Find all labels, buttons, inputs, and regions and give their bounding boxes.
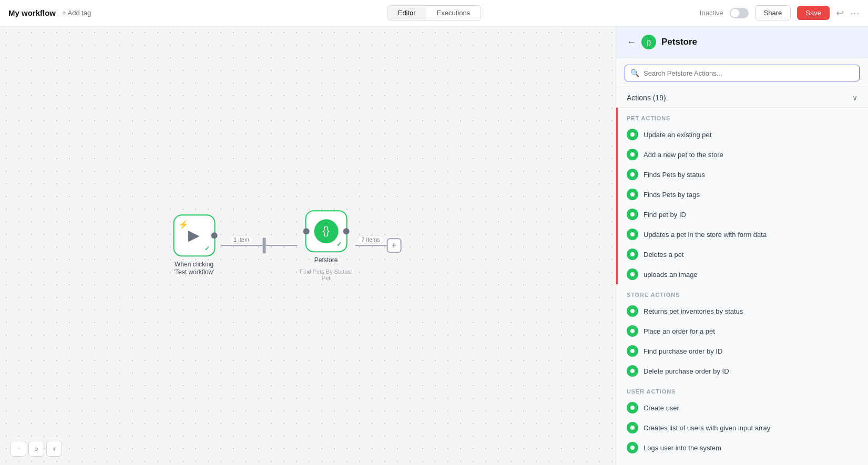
action-node: {} ✓ Petstore Find Pets By Status: Pet	[297, 210, 355, 282]
action-dot-icon	[627, 345, 638, 357]
action-check-icon: ✓	[336, 241, 342, 248]
undo-button[interactable]: ↩	[836, 7, 844, 19]
tab-editor[interactable]: Editor	[387, 6, 426, 20]
action-text: Find pet by ID	[644, 211, 686, 219]
more-button[interactable]: ⋯	[850, 7, 860, 19]
canvas-toolbar: − ○ +	[11, 441, 62, 457]
save-button[interactable]: Save	[797, 6, 830, 20]
action-text: Updates a pet in the store with form dat…	[644, 231, 767, 239]
action-find-purchase-order[interactable]: Find purchase order by ID	[616, 341, 868, 361]
action-node-box[interactable]: {} ✓	[305, 210, 347, 252]
action-dot-icon	[627, 249, 638, 260]
action-dot-icon	[627, 365, 638, 377]
search-container: 🔍	[616, 58, 868, 88]
connector-1: 1 item	[220, 245, 262, 246]
petstore-badge-icon: {}	[641, 35, 656, 49]
action-creates-list-users[interactable]: Creates list of users with given input a…	[616, 418, 868, 438]
chevron-down-icon[interactable]: ∨	[852, 94, 857, 102]
action-logs-user[interactable]: Logs user into the system	[616, 438, 868, 458]
canvas[interactable]: ⚡ ▶ ✓ When clicking 'Test workflow' 1 it…	[0, 26, 616, 465]
workflow-area: ⚡ ▶ ✓ When clicking 'Test workflow' 1 it…	[168, 210, 401, 282]
action-text: Logs user into the system	[644, 444, 721, 452]
action-dot-icon	[627, 268, 638, 280]
action-text: Deletes a pet	[644, 251, 684, 259]
action-label: Petstore	[314, 256, 338, 265]
share-button[interactable]: Share	[755, 5, 791, 20]
active-toggle[interactable]	[730, 8, 749, 18]
sidebar-header: ← {} Petstore	[616, 26, 868, 58]
trigger-node-box[interactable]: ⚡ ▶ ✓	[173, 214, 215, 256]
connector-3: 7 items	[355, 245, 386, 246]
action-finds-pets-by-status[interactable]: Finds Pets by status	[616, 164, 868, 184]
action-dot-icon	[627, 209, 638, 220]
action-place-order[interactable]: Place an order for a pet	[616, 321, 868, 341]
action-uploads-image[interactable]: uploads an image	[616, 264, 868, 284]
action-output-dot	[343, 228, 349, 234]
connector-line-2	[265, 245, 297, 246]
connector-line-1	[220, 245, 262, 246]
action-update-existing-pet[interactable]: Update an existing pet	[616, 125, 868, 144]
search-box: 🔍	[625, 65, 860, 81]
action-returns-inventories[interactable]: Returns pet inventories by status	[616, 301, 868, 321]
check-icon: ✓	[205, 245, 210, 252]
action-input-dot	[303, 228, 309, 234]
zoom-out-button[interactable]: −	[11, 441, 26, 457]
trigger-output-dot	[211, 232, 217, 239]
action-dot-icon	[627, 305, 638, 317]
topbar-right: Inactive Share Save ↩ ⋯	[700, 5, 860, 20]
pet-actions-label: PET ACTIONS	[616, 108, 868, 125]
zoom-in-button[interactable]: +	[46, 441, 62, 457]
zoom-reset-button[interactable]: ○	[28, 441, 44, 457]
actions-count-label: Actions (19)	[627, 94, 666, 102]
action-dot-icon	[627, 129, 638, 140]
sidebar: ← {} Petstore 🔍 Actions (19) ∨ PET ACTIO…	[616, 26, 868, 465]
main-layout: ⚡ ▶ ✓ When clicking 'Test workflow' 1 it…	[0, 26, 868, 465]
action-dot-icon	[627, 422, 638, 433]
back-arrow-icon[interactable]: ←	[627, 37, 636, 48]
action-dot-icon	[627, 169, 638, 180]
lightning-icon: ⚡	[178, 220, 189, 230]
search-input[interactable]	[644, 69, 854, 77]
action-text: Finds Pets by tags	[644, 191, 700, 199]
action-find-pet-by-id[interactable]: Find pet by ID	[616, 204, 868, 224]
action-dot-icon	[627, 402, 638, 414]
topbar: My workflow + Add tag Editor Executions …	[0, 0, 868, 26]
action-text: Finds Pets by status	[644, 171, 705, 179]
add-tag-button[interactable]: + Add tag	[62, 9, 91, 17]
action-dot-icon	[627, 442, 638, 453]
pet-actions-section: PET ACTIONS Update an existing pet Add a…	[616, 108, 868, 284]
action-text: Place an order for a pet	[644, 327, 715, 335]
store-actions-label: STORE ACTIONS	[616, 284, 868, 301]
topbar-left: My workflow + Add tag	[8, 8, 91, 17]
petstore-node-icon: {}	[314, 219, 338, 243]
search-icon: 🔍	[630, 69, 639, 77]
tab-group: Editor Executions	[387, 5, 482, 20]
action-dot-icon	[627, 189, 638, 200]
connector-label-1: 1 item	[230, 236, 253, 244]
trigger-node: ⚡ ▶ ✓ When clicking 'Test workflow'	[168, 214, 220, 277]
action-delete-purchase-order[interactable]: Delete purchase order by ID	[616, 361, 868, 381]
tab-executions[interactable]: Executions	[426, 6, 481, 20]
tab-group-container: Editor Executions	[387, 5, 482, 20]
store-actions-section: STORE ACTIONS Returns pet inventories by…	[616, 284, 868, 381]
action-dot-icon	[627, 325, 638, 337]
action-text: Add a new pet to the store	[644, 151, 723, 159]
action-create-user[interactable]: Create user	[616, 398, 868, 418]
action-text: Update an existing pet	[644, 131, 711, 139]
action-text: Delete purchase order by ID	[644, 367, 729, 375]
sidebar-title: Petstore	[661, 37, 697, 47]
action-text: Create user	[644, 404, 679, 412]
action-finds-pets-by-tags[interactable]: Finds Pets by tags	[616, 184, 868, 204]
action-add-new-pet[interactable]: Add a new pet to the store	[616, 144, 868, 164]
add-node-button[interactable]: +	[386, 239, 401, 253]
action-deletes-pet[interactable]: Deletes a pet	[616, 244, 868, 264]
connector-line-3	[355, 245, 386, 246]
cursor-icon: ▶	[188, 226, 200, 244]
workflow-title: My workflow	[8, 8, 56, 17]
action-updates-pet-form-data[interactable]: Updates a pet in the store with form dat…	[616, 224, 868, 244]
petstore-badge-glyph: {}	[647, 38, 651, 46]
action-text: Creates list of users with given input a…	[644, 424, 770, 432]
action-dot-icon	[627, 149, 638, 160]
action-text: uploads an image	[644, 271, 698, 278]
trigger-label: When clicking 'Test workflow'	[168, 261, 220, 277]
